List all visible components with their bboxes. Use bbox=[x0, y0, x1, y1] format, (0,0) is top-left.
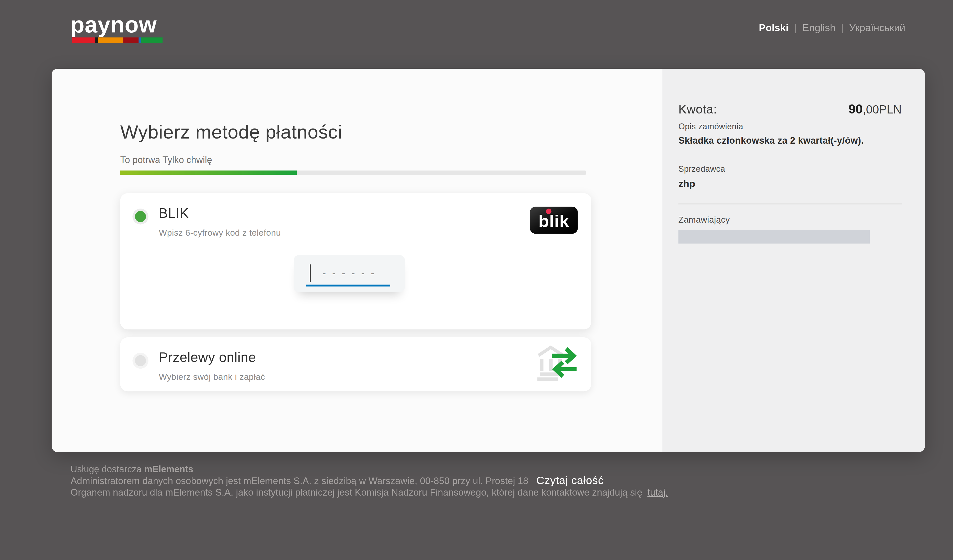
language-option-polski[interactable]: Polski bbox=[759, 22, 788, 34]
progress-bar bbox=[120, 170, 586, 175]
logo-strip-red bbox=[72, 37, 95, 43]
provider-prefix: Usługę dostarcza bbox=[71, 464, 141, 474]
logo-strip-black bbox=[95, 37, 98, 43]
read-more-link[interactable]: Czytaj całość bbox=[536, 474, 604, 487]
blik-radio[interactable] bbox=[135, 211, 146, 222]
page: paynow Polski | English | Український Wy… bbox=[0, 0, 953, 560]
language-option-english[interactable]: English bbox=[802, 22, 835, 34]
language-option-ukrainian[interactable]: Український bbox=[849, 22, 905, 34]
footer: Usługę dostarcza mElements Administrator… bbox=[71, 464, 905, 498]
payment-card: Wybierz metodę płatności To potrwa Tylko… bbox=[52, 69, 925, 452]
blik-logo-text: blik bbox=[539, 213, 570, 234]
paynow-logo-color-strip bbox=[72, 37, 163, 43]
bank-transfer-icon bbox=[534, 345, 580, 382]
amount-row: Kwota: 90,00PLN bbox=[678, 102, 902, 116]
blik-logo: blik bbox=[530, 206, 578, 234]
progress-bar-fill bbox=[120, 170, 297, 175]
paynow-logo: paynow bbox=[71, 14, 163, 43]
sidebar-divider bbox=[678, 204, 902, 204]
amount-label: Kwota: bbox=[678, 102, 717, 116]
order-description-value: Składka członkowska za 2 kwartał(-y/ów). bbox=[678, 135, 902, 146]
blik-code-field[interactable] bbox=[294, 255, 405, 292]
customer-name-redacted bbox=[678, 230, 870, 244]
seller-label: Sprzedawca bbox=[678, 164, 902, 174]
transfer-method-description: Wybierz swój bank i zapłać bbox=[159, 371, 265, 381]
language-switcher: Polski | English | Український bbox=[759, 22, 905, 34]
transfer-method-title: Przelewy online bbox=[159, 349, 256, 365]
payment-method-panel: Wybierz metodę płatności To potrwa Tylko… bbox=[52, 69, 663, 452]
logo-strip-orange bbox=[98, 37, 123, 43]
order-summary-panel: Kwota: 90,00PLN Opis zamówienia Składka … bbox=[663, 69, 925, 452]
customer-label: Zamawiający bbox=[678, 215, 902, 224]
progress-label: To potrwa Tylko chwilę bbox=[120, 154, 663, 165]
data-admin-text: Administratorem danych osobowych jest mE… bbox=[71, 475, 528, 486]
amount-fraction: ,00PLN bbox=[863, 103, 902, 116]
logo-strip-darkred bbox=[123, 37, 139, 43]
language-separator: | bbox=[794, 22, 796, 34]
order-description-label: Opis zamówienia bbox=[678, 122, 902, 131]
supervision-text: Organem nadzoru dla mElements S.A. jako … bbox=[71, 487, 642, 498]
seller-value: zhp bbox=[678, 178, 902, 189]
provider-line: Usługę dostarcza mElements bbox=[71, 464, 905, 474]
blik-logo-dot-icon bbox=[546, 208, 551, 214]
data-admin-line: Administratorem danych osobowych jest mE… bbox=[71, 474, 905, 487]
payment-method-transfer[interactable]: Przelewy online Wybierz swój bank i zapł… bbox=[120, 337, 591, 391]
blik-input-underline bbox=[306, 284, 390, 286]
payment-method-blik[interactable]: BLIK Wpisz 6-cyfrowy kod z telefonu blik bbox=[120, 193, 591, 329]
blik-method-description: Wpisz 6-cyfrowy kod z telefonu bbox=[159, 227, 281, 237]
supervision-link[interactable]: tutaj. bbox=[647, 487, 668, 498]
logo-strip-green bbox=[141, 37, 162, 43]
page-title: Wybierz metodę płatności bbox=[120, 123, 663, 143]
language-separator: | bbox=[841, 22, 844, 34]
provider-name: mElements bbox=[144, 464, 193, 474]
blik-method-title: BLIK bbox=[159, 205, 189, 221]
amount-value: 90,00PLN bbox=[849, 102, 902, 116]
logo-strip-blue bbox=[139, 37, 141, 43]
supervision-line: Organem nadzoru dla mElements S.A. jako … bbox=[71, 487, 905, 498]
amount-integer: 90 bbox=[849, 102, 863, 116]
paynow-logo-text: paynow bbox=[71, 14, 163, 36]
transfer-radio[interactable] bbox=[135, 355, 146, 366]
